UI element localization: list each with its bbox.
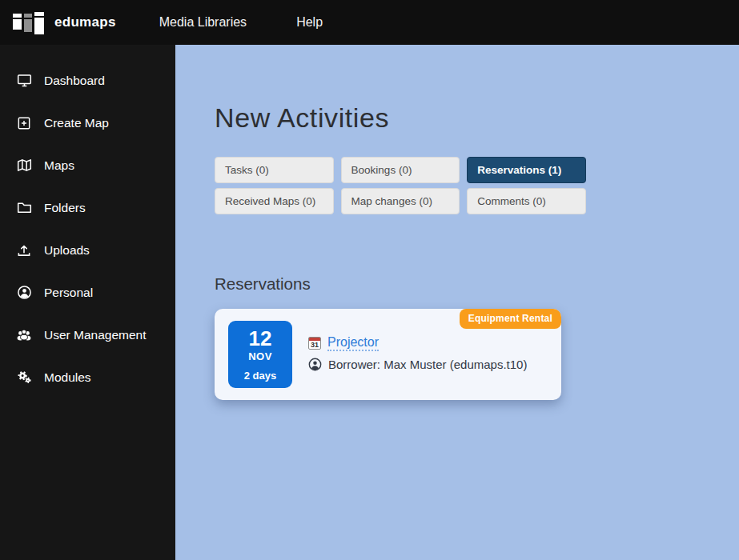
sidebar-item-label: Dashboard <box>44 74 105 88</box>
main-content: New Activities Tasks (0) Bookings (0) Re… <box>175 45 739 560</box>
date-duration: 2 days <box>244 370 276 381</box>
page-title: New Activities <box>215 102 739 134</box>
filter-comments[interactable]: Comments (0) <box>467 188 586 214</box>
sidebar-item-uploads[interactable]: Uploads <box>0 229 175 271</box>
edumaps-logo-icon <box>13 8 44 37</box>
activity-filter-grid: Tasks (0) Bookings (0) Reservations (1) … <box>215 157 586 214</box>
filter-bookings[interactable]: Bookings (0) <box>341 157 460 183</box>
users-icon <box>16 327 32 343</box>
nav-media-libraries[interactable]: Media Libraries <box>159 15 247 30</box>
calendar-icon-day: 31 <box>309 341 320 349</box>
category-tag: Equipment Rental <box>460 309 561 329</box>
sidebar-item-folders[interactable]: Folders <box>0 186 175 229</box>
date-day: 12 <box>249 328 272 349</box>
reservation-card[interactable]: Equipment Rental 12 NOV 2 days 31 Projec… <box>215 309 561 400</box>
user-circle-icon <box>16 285 32 300</box>
app-shell: Dashboard Create Map M <box>0 45 739 560</box>
folder-icon <box>16 200 32 215</box>
nav-help[interactable]: Help <box>296 15 323 30</box>
map-icon <box>16 158 32 173</box>
user-circle-icon <box>308 358 322 371</box>
sidebar-item-modules[interactable]: Modules <box>0 356 175 398</box>
filter-received-maps[interactable]: Received Maps (0) <box>215 188 334 214</box>
sidebar-item-user-management[interactable]: User Management <box>0 314 175 356</box>
sidebar-item-label: User Management <box>44 328 147 342</box>
sidebar-item-label: Folders <box>44 201 86 215</box>
sidebar-item-maps[interactable]: Maps <box>0 144 175 186</box>
reservation-title-row: 31 Projector <box>308 335 527 351</box>
filter-reservations[interactable]: Reservations (1) <box>467 157 586 183</box>
cogs-icon <box>16 370 32 385</box>
desktop-icon <box>16 73 32 88</box>
brand-name: edumaps <box>54 14 116 30</box>
sidebar-item-label: Modules <box>44 370 91 385</box>
top-navigation: Media Libraries Help <box>159 15 323 30</box>
borrower-text: Borrower: Max Muster (edumaps.t10) <box>328 358 527 371</box>
app-window: edumaps Media Libraries Help Dashboard <box>0 0 739 560</box>
date-month: NOV <box>248 351 272 362</box>
sidebar-item-label: Uploads <box>44 243 90 258</box>
reservation-details: 31 Projector Borrower: Max Muster <box>308 335 527 371</box>
plus-square-icon <box>16 116 32 130</box>
section-title: Reservations <box>215 274 739 294</box>
reservation-title-link[interactable]: Projector <box>327 335 379 351</box>
upload-icon <box>16 243 32 258</box>
brand[interactable]: edumaps <box>13 8 116 37</box>
sidebar-item-label: Maps <box>44 158 74 173</box>
sidebar-item-label: Personal <box>44 286 93 300</box>
sidebar-item-dashboard[interactable]: Dashboard <box>0 59 175 102</box>
sidebar-item-personal[interactable]: Personal <box>0 271 175 314</box>
sidebar: Dashboard Create Map M <box>0 45 175 560</box>
filter-map-changes[interactable]: Map changes (0) <box>341 188 460 214</box>
topbar: edumaps Media Libraries Help <box>0 0 739 45</box>
sidebar-item-label: Create Map <box>44 116 109 130</box>
date-badge: 12 NOV 2 days <box>228 321 292 388</box>
borrower-row: Borrower: Max Muster (edumaps.t10) <box>308 358 527 371</box>
sidebar-item-create-map[interactable]: Create Map <box>0 102 175 144</box>
filter-tasks[interactable]: Tasks (0) <box>215 157 334 183</box>
calendar-icon: 31 <box>308 337 321 350</box>
